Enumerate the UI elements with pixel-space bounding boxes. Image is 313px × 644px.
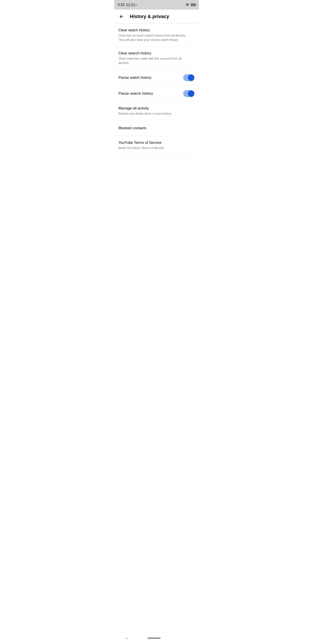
status-bar-right (185, 3, 195, 6)
settings-item-pause-search-history[interactable]: Pause search history (114, 86, 199, 102)
settings-item-content: Clear watch history Clear this account's… (118, 28, 195, 42)
toggle-container (183, 74, 195, 81)
settings-item-title: Pause search history (118, 91, 181, 96)
settings-item-pause-watch-history[interactable]: Pause watch history (114, 70, 199, 86)
settings-item-content: Clear search history Clear searches made… (118, 51, 195, 65)
settings-item-content: Pause search history (118, 91, 183, 96)
settings-item-title: Blocked contacts (118, 126, 192, 130)
back-button[interactable] (118, 12, 125, 20)
settings-item-clear-watch-history[interactable]: Clear watch history Clear this account's… (114, 24, 199, 46)
settings-item-content: Pause watch history (118, 75, 183, 80)
status-dot (136, 4, 137, 6)
status-bar-left: 3:10 GE GE (118, 3, 137, 7)
settings-item-content: Blocked contacts (118, 126, 195, 130)
settings-item-youtube-terms[interactable]: YouTube Terms of Service Read YouTube's … (114, 136, 199, 155)
status-bar: 3:10 GE GE (114, 0, 199, 10)
battery-icon (191, 4, 195, 6)
settings-item-subtitle: Read YouTube's Terms of Service (118, 146, 192, 150)
wifi-icon (185, 3, 189, 6)
nav-bar: ‹ (114, 632, 199, 644)
settings-item-clear-search-history[interactable]: Clear search history Clear searches made… (114, 46, 199, 70)
status-time: 3:10 (118, 3, 124, 7)
pause-search-history-toggle[interactable] (183, 90, 195, 97)
settings-item-subtitle: Clear searches made with this account fr… (118, 56, 192, 65)
settings-item-manage-all-activity[interactable]: Manage all activity Review and delete it… (114, 102, 199, 120)
notification-icon-1: GE (126, 4, 130, 6)
settings-item-blocked-contacts[interactable]: Blocked contacts (114, 120, 199, 136)
settings-item-title: Clear search history (118, 51, 192, 56)
settings-item-title: Manage all activity (118, 106, 192, 111)
header: History & privacy (114, 10, 199, 24)
toggle-knob (188, 90, 194, 96)
status-icons: GE GE (126, 4, 137, 6)
settings-item-title: YouTube Terms of Service (118, 140, 192, 145)
settings-item-content: YouTube Terms of Service Read YouTube's … (118, 140, 195, 150)
svg-point-0 (187, 6, 188, 6)
settings-list: Clear watch history Clear this account's… (114, 24, 199, 155)
nav-back-button[interactable]: ‹ (123, 634, 131, 642)
settings-item-title: Pause watch history (118, 75, 181, 80)
page-title: History & privacy (130, 14, 169, 19)
toggle-container (183, 90, 195, 97)
settings-item-subtitle: Review and delete items in your history (118, 112, 192, 116)
main-content: Clear watch history Clear this account's… (114, 24, 199, 167)
nav-home-pill[interactable] (148, 638, 161, 639)
settings-item-content: Manage all activity Review and delete it… (118, 106, 195, 116)
settings-item-subtitle: Clear this account's watch history from … (118, 34, 192, 42)
notification-icon-2: GE (131, 4, 135, 6)
settings-item-title: Clear watch history (118, 28, 192, 33)
toggle-knob (188, 75, 194, 81)
pause-watch-history-toggle[interactable] (183, 74, 195, 81)
